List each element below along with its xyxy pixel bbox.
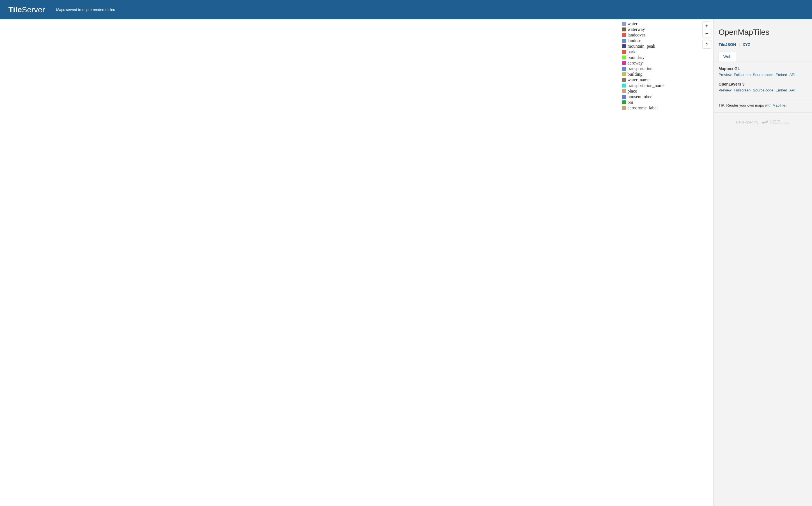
- section-link[interactable]: API: [789, 73, 795, 77]
- legend-swatch: [622, 39, 626, 43]
- legend-item: landcover: [622, 32, 664, 38]
- legend-label: boundary: [627, 55, 644, 60]
- section-link[interactable]: Preview: [719, 73, 731, 77]
- viewer-section: OpenLayers 3PreviewFullscreenSource code…: [719, 82, 807, 92]
- map-canvas[interactable]: waterwaterwaylandcoverlandusemountain_pe…: [0, 19, 713, 506]
- section-link[interactable]: Preview: [719, 88, 731, 92]
- legend-item: park: [622, 49, 664, 55]
- legend-swatch: [622, 27, 626, 31]
- sidebar: OpenMapTiles TileJSON | XYZ Web Mapbox G…: [713, 19, 812, 506]
- legend-swatch: [622, 61, 626, 65]
- logo: TileServer: [8, 5, 45, 14]
- map-controls: + −: [703, 22, 711, 51]
- developed-by: Developed by KLOKANTECHNOLOGIES: [714, 113, 812, 131]
- zoom-control-group: + −: [703, 22, 711, 38]
- legend-item: landuse: [622, 38, 664, 44]
- section-title: Mapbox GL: [719, 67, 807, 71]
- meta-links: TileJSON | XYZ: [719, 43, 807, 47]
- legend-item: water: [622, 21, 664, 27]
- developed-by-label: Developed by: [736, 120, 758, 124]
- zoom-in-button[interactable]: +: [703, 22, 711, 30]
- logo-strong: Tile: [8, 5, 22, 14]
- legend-swatch: [622, 84, 626, 87]
- logo-light: Server: [22, 5, 45, 14]
- legend-swatch: [622, 78, 626, 82]
- legend-swatch: [622, 56, 626, 60]
- section-title: OpenLayers 3: [719, 82, 807, 86]
- legend-swatch: [622, 106, 626, 110]
- legend-item: water_name: [622, 77, 664, 83]
- klokan-text: KLOKANTECHNOLOGIES: [770, 119, 790, 124]
- legend-swatch: [622, 50, 626, 54]
- maptiler-link[interactable]: MapTiler: [773, 103, 786, 107]
- xyz-link[interactable]: XYZ: [742, 43, 750, 47]
- legend-label: landuse: [627, 38, 641, 44]
- compass-control-group: [703, 40, 711, 49]
- legend-label: place: [627, 88, 637, 94]
- main: waterwaterwaylandcoverlandusemountain_pe…: [0, 19, 812, 506]
- legend-item: aerodrome_label: [622, 105, 664, 111]
- legend-item: transportation: [622, 66, 664, 72]
- viewer-section: Mapbox GLPreviewFullscreenSource codeEmb…: [719, 67, 807, 77]
- legend-label: housenumber: [627, 94, 652, 100]
- legend-item: housenumber: [622, 94, 664, 100]
- meta-separator: |: [739, 43, 740, 47]
- kangaroo-icon: [761, 119, 769, 124]
- tab-web[interactable]: Web: [719, 52, 736, 62]
- section-link[interactable]: Fullscreen: [734, 88, 750, 92]
- section-link[interactable]: Embed: [776, 73, 787, 77]
- tip-prefix: TIP: Render your own maps with: [719, 103, 773, 107]
- legend-item: mountain_peak: [622, 44, 664, 49]
- legend-item: aeroway: [622, 60, 664, 66]
- legend-swatch: [622, 89, 626, 93]
- legend-swatch: [622, 72, 626, 76]
- legend-label: transportation: [627, 66, 652, 72]
- legend-label: waterway: [627, 27, 645, 32]
- header: TileServer Maps served from pre-rendered…: [0, 0, 812, 19]
- plus-icon: +: [705, 23, 709, 29]
- tabs: Web: [714, 52, 812, 62]
- legend-label: transportation_name: [627, 83, 664, 88]
- legend-label: building: [627, 72, 642, 77]
- tagline: Maps served from pre-rendered tiles: [56, 8, 115, 12]
- section-links: PreviewFullscreenSource codeEmbedAPI: [719, 73, 807, 77]
- legend-label: water: [627, 21, 638, 27]
- compass-icon: [705, 43, 709, 46]
- section-link[interactable]: API: [789, 88, 795, 92]
- legend-swatch: [622, 44, 626, 48]
- legend-swatch: [622, 95, 626, 99]
- legend-swatch: [622, 100, 626, 104]
- map-legend: waterwaterwaylandcoverlandusemountain_pe…: [622, 21, 664, 111]
- legend-label: park: [627, 49, 635, 55]
- legend-label: aeroway: [627, 60, 643, 66]
- section-link[interactable]: Source code: [753, 73, 773, 77]
- section-link[interactable]: Source code: [753, 88, 773, 92]
- legend-swatch: [622, 22, 626, 26]
- legend-label: water_name: [627, 77, 649, 83]
- page-title: OpenMapTiles: [719, 28, 807, 37]
- compass-button[interactable]: [703, 40, 711, 48]
- section-link[interactable]: Embed: [776, 88, 787, 92]
- klokan-logo[interactable]: KLOKANTECHNOLOGIES: [761, 119, 790, 124]
- legend-label: poi: [627, 100, 633, 105]
- legend-item: waterway: [622, 27, 664, 32]
- legend-label: aerodrome_label: [627, 105, 658, 111]
- legend-item: boundary: [622, 55, 664, 60]
- zoom-out-button[interactable]: −: [703, 30, 711, 37]
- legend-item: poi: [622, 100, 664, 105]
- legend-item: place: [622, 88, 664, 94]
- section-links: PreviewFullscreenSource codeEmbedAPI: [719, 88, 807, 92]
- tip-suffix: .: [787, 103, 788, 107]
- legend-label: landcover: [627, 32, 645, 38]
- tip: TIP: Render your own maps with MapTiler.: [714, 98, 812, 112]
- legend-swatch: [622, 67, 626, 71]
- legend-swatch: [622, 33, 626, 37]
- legend-item: building: [622, 72, 664, 77]
- legend-item: transportation_name: [622, 83, 664, 88]
- tilejson-link[interactable]: TileJSON: [719, 43, 736, 47]
- minus-icon: −: [705, 31, 709, 37]
- section-link[interactable]: Fullscreen: [734, 73, 750, 77]
- legend-label: mountain_peak: [627, 44, 655, 49]
